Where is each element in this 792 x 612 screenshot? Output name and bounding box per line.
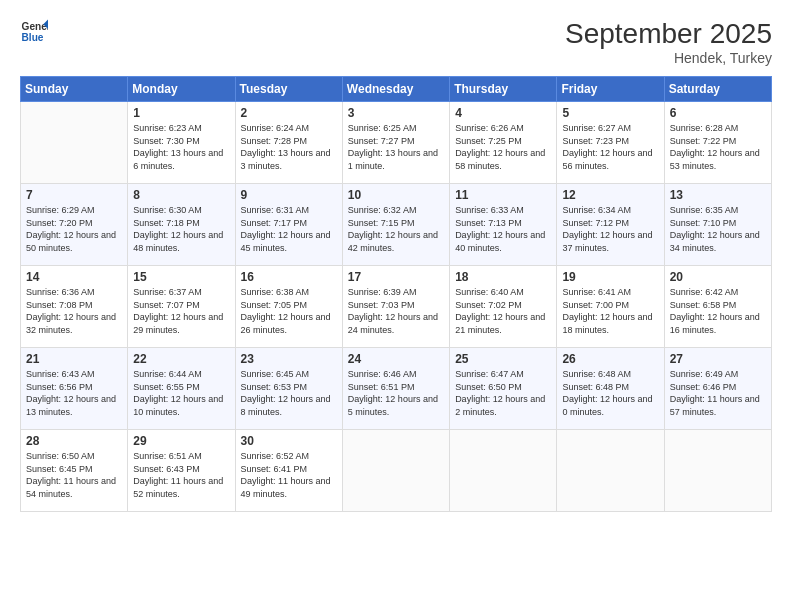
day-info: Sunrise: 6:32 AMSunset: 7:15 PMDaylight:… [348, 204, 444, 254]
day-number: 2 [241, 106, 337, 120]
day-info: Sunrise: 6:25 AMSunset: 7:27 PMDaylight:… [348, 122, 444, 172]
day-number: 13 [670, 188, 766, 202]
calendar-table: SundayMondayTuesdayWednesdayThursdayFrid… [20, 76, 772, 512]
calendar-cell: 30Sunrise: 6:52 AMSunset: 6:41 PMDayligh… [235, 430, 342, 512]
day-info: Sunrise: 6:26 AMSunset: 7:25 PMDaylight:… [455, 122, 551, 172]
header-thursday: Thursday [450, 77, 557, 102]
day-number: 21 [26, 352, 122, 366]
day-number: 9 [241, 188, 337, 202]
calendar-cell: 13Sunrise: 6:35 AMSunset: 7:10 PMDayligh… [664, 184, 771, 266]
calendar-cell: 16Sunrise: 6:38 AMSunset: 7:05 PMDayligh… [235, 266, 342, 348]
day-number: 19 [562, 270, 658, 284]
calendar-cell: 15Sunrise: 6:37 AMSunset: 7:07 PMDayligh… [128, 266, 235, 348]
day-number: 25 [455, 352, 551, 366]
calendar-cell: 21Sunrise: 6:43 AMSunset: 6:56 PMDayligh… [21, 348, 128, 430]
day-number: 10 [348, 188, 444, 202]
calendar-cell: 18Sunrise: 6:40 AMSunset: 7:02 PMDayligh… [450, 266, 557, 348]
calendar-cell [557, 430, 664, 512]
day-number: 5 [562, 106, 658, 120]
day-info: Sunrise: 6:50 AMSunset: 6:45 PMDaylight:… [26, 450, 122, 500]
calendar-cell: 23Sunrise: 6:45 AMSunset: 6:53 PMDayligh… [235, 348, 342, 430]
calendar-cell: 27Sunrise: 6:49 AMSunset: 6:46 PMDayligh… [664, 348, 771, 430]
day-info: Sunrise: 6:37 AMSunset: 7:07 PMDaylight:… [133, 286, 229, 336]
day-number: 18 [455, 270, 551, 284]
calendar-header-row: SundayMondayTuesdayWednesdayThursdayFrid… [21, 77, 772, 102]
day-number: 14 [26, 270, 122, 284]
calendar-cell: 8Sunrise: 6:30 AMSunset: 7:18 PMDaylight… [128, 184, 235, 266]
day-number: 27 [670, 352, 766, 366]
day-info: Sunrise: 6:23 AMSunset: 7:30 PMDaylight:… [133, 122, 229, 172]
calendar-cell: 17Sunrise: 6:39 AMSunset: 7:03 PMDayligh… [342, 266, 449, 348]
svg-text:Blue: Blue [22, 32, 44, 43]
calendar-week-row: 21Sunrise: 6:43 AMSunset: 6:56 PMDayligh… [21, 348, 772, 430]
day-info: Sunrise: 6:51 AMSunset: 6:43 PMDaylight:… [133, 450, 229, 500]
day-number: 6 [670, 106, 766, 120]
calendar-week-row: 1Sunrise: 6:23 AMSunset: 7:30 PMDaylight… [21, 102, 772, 184]
svg-text:General: General [22, 21, 48, 32]
calendar-cell: 25Sunrise: 6:47 AMSunset: 6:50 PMDayligh… [450, 348, 557, 430]
day-number: 29 [133, 434, 229, 448]
logo-icon: General Blue [20, 18, 48, 46]
day-number: 17 [348, 270, 444, 284]
day-info: Sunrise: 6:38 AMSunset: 7:05 PMDaylight:… [241, 286, 337, 336]
header-saturday: Saturday [664, 77, 771, 102]
calendar-cell: 26Sunrise: 6:48 AMSunset: 6:48 PMDayligh… [557, 348, 664, 430]
main-title: September 2025 [565, 18, 772, 50]
calendar-cell: 28Sunrise: 6:50 AMSunset: 6:45 PMDayligh… [21, 430, 128, 512]
day-info: Sunrise: 6:41 AMSunset: 7:00 PMDaylight:… [562, 286, 658, 336]
calendar-week-row: 7Sunrise: 6:29 AMSunset: 7:20 PMDaylight… [21, 184, 772, 266]
header-monday: Monday [128, 77, 235, 102]
day-info: Sunrise: 6:28 AMSunset: 7:22 PMDaylight:… [670, 122, 766, 172]
day-info: Sunrise: 6:47 AMSunset: 6:50 PMDaylight:… [455, 368, 551, 418]
day-number: 22 [133, 352, 229, 366]
calendar-week-row: 28Sunrise: 6:50 AMSunset: 6:45 PMDayligh… [21, 430, 772, 512]
day-number: 3 [348, 106, 444, 120]
calendar-cell [450, 430, 557, 512]
calendar-cell: 4Sunrise: 6:26 AMSunset: 7:25 PMDaylight… [450, 102, 557, 184]
day-info: Sunrise: 6:45 AMSunset: 6:53 PMDaylight:… [241, 368, 337, 418]
calendar-cell: 22Sunrise: 6:44 AMSunset: 6:55 PMDayligh… [128, 348, 235, 430]
calendar-cell [342, 430, 449, 512]
day-info: Sunrise: 6:52 AMSunset: 6:41 PMDaylight:… [241, 450, 337, 500]
day-info: Sunrise: 6:31 AMSunset: 7:17 PMDaylight:… [241, 204, 337, 254]
day-number: 12 [562, 188, 658, 202]
day-info: Sunrise: 6:40 AMSunset: 7:02 PMDaylight:… [455, 286, 551, 336]
title-block: September 2025 Hendek, Turkey [565, 18, 772, 66]
day-info: Sunrise: 6:48 AMSunset: 6:48 PMDaylight:… [562, 368, 658, 418]
day-info: Sunrise: 6:42 AMSunset: 6:58 PMDaylight:… [670, 286, 766, 336]
calendar-cell: 14Sunrise: 6:36 AMSunset: 7:08 PMDayligh… [21, 266, 128, 348]
header-tuesday: Tuesday [235, 77, 342, 102]
calendar-cell: 2Sunrise: 6:24 AMSunset: 7:28 PMDaylight… [235, 102, 342, 184]
calendar-cell: 11Sunrise: 6:33 AMSunset: 7:13 PMDayligh… [450, 184, 557, 266]
calendar-cell: 9Sunrise: 6:31 AMSunset: 7:17 PMDaylight… [235, 184, 342, 266]
calendar-cell [21, 102, 128, 184]
day-info: Sunrise: 6:29 AMSunset: 7:20 PMDaylight:… [26, 204, 122, 254]
day-number: 30 [241, 434, 337, 448]
calendar-cell: 7Sunrise: 6:29 AMSunset: 7:20 PMDaylight… [21, 184, 128, 266]
day-info: Sunrise: 6:49 AMSunset: 6:46 PMDaylight:… [670, 368, 766, 418]
day-number: 11 [455, 188, 551, 202]
logo: General Blue [20, 18, 48, 46]
day-number: 1 [133, 106, 229, 120]
day-info: Sunrise: 6:43 AMSunset: 6:56 PMDaylight:… [26, 368, 122, 418]
calendar-cell: 6Sunrise: 6:28 AMSunset: 7:22 PMDaylight… [664, 102, 771, 184]
day-number: 16 [241, 270, 337, 284]
header-friday: Friday [557, 77, 664, 102]
calendar-cell: 10Sunrise: 6:32 AMSunset: 7:15 PMDayligh… [342, 184, 449, 266]
day-number: 8 [133, 188, 229, 202]
calendar-cell: 19Sunrise: 6:41 AMSunset: 7:00 PMDayligh… [557, 266, 664, 348]
calendar-cell: 3Sunrise: 6:25 AMSunset: 7:27 PMDaylight… [342, 102, 449, 184]
calendar-cell: 29Sunrise: 6:51 AMSunset: 6:43 PMDayligh… [128, 430, 235, 512]
day-info: Sunrise: 6:46 AMSunset: 6:51 PMDaylight:… [348, 368, 444, 418]
day-info: Sunrise: 6:39 AMSunset: 7:03 PMDaylight:… [348, 286, 444, 336]
day-number: 15 [133, 270, 229, 284]
day-info: Sunrise: 6:27 AMSunset: 7:23 PMDaylight:… [562, 122, 658, 172]
day-info: Sunrise: 6:44 AMSunset: 6:55 PMDaylight:… [133, 368, 229, 418]
day-number: 4 [455, 106, 551, 120]
day-number: 20 [670, 270, 766, 284]
calendar-week-row: 14Sunrise: 6:36 AMSunset: 7:08 PMDayligh… [21, 266, 772, 348]
day-info: Sunrise: 6:33 AMSunset: 7:13 PMDaylight:… [455, 204, 551, 254]
day-info: Sunrise: 6:24 AMSunset: 7:28 PMDaylight:… [241, 122, 337, 172]
calendar-cell: 1Sunrise: 6:23 AMSunset: 7:30 PMDaylight… [128, 102, 235, 184]
day-info: Sunrise: 6:30 AMSunset: 7:18 PMDaylight:… [133, 204, 229, 254]
